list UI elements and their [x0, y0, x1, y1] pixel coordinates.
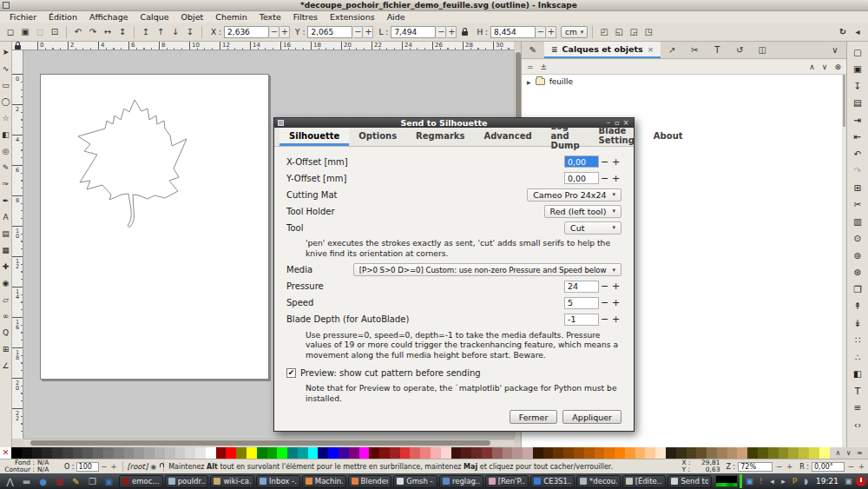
y-position-input[interactable] — [307, 26, 352, 38]
delete-layer-icon[interactable]: ⊗ — [834, 63, 841, 71]
taskbar-task[interactable]: *decou... — [576, 475, 621, 488]
palette-swatch[interactable] — [11, 447, 22, 459]
text-dialog-button[interactable]: T — [849, 382, 866, 400]
rotation-input[interactable] — [812, 462, 845, 472]
palette-swatch[interactable] — [615, 447, 625, 459]
leaf-path-drawing[interactable] — [76, 97, 191, 229]
palette-swatch[interactable] — [595, 447, 605, 459]
tray-right-icon[interactable]: ▸ — [778, 477, 789, 486]
dialog-tab[interactable]: Blade Setting — [589, 128, 644, 146]
open-file-button[interactable]: ▣ — [849, 61, 866, 78]
deselect-button[interactable]: ◻ — [33, 25, 47, 39]
menu-item[interactable]: Fichier — [3, 11, 43, 23]
palette-swatch[interactable] — [492, 447, 503, 459]
palette-swatch[interactable] — [103, 447, 114, 459]
palette-swatch[interactable] — [124, 447, 135, 459]
vertical-ruler[interactable]: 024681012141618202224 — [12, 50, 23, 439]
close-icon[interactable]: × — [648, 45, 654, 54]
palette-swatch[interactable] — [717, 447, 727, 459]
dock-tab-text[interactable]: T — [706, 45, 728, 55]
y-offset-minus-button[interactable]: − — [599, 173, 610, 184]
width-plus-button[interactable]: + — [447, 26, 457, 38]
palette-swatch[interactable] — [308, 447, 319, 459]
taskbar-task[interactable]: pouldr... — [165, 475, 209, 488]
taskbar-task[interactable]: emoc... — [119, 475, 163, 488]
pages-tool[interactable]: ⊞ — [0, 340, 11, 357]
width-input[interactable] — [391, 26, 436, 38]
palette-swatch[interactable] — [431, 447, 441, 459]
undo-button[interactable]: ↶ — [849, 145, 866, 162]
menu-item[interactable]: Édition — [43, 11, 83, 23]
height-minus-button[interactable]: − — [536, 26, 546, 38]
flip-horizontal-button[interactable]: ↔ — [101, 25, 115, 39]
tray-display-icon[interactable]: ▣ — [744, 477, 755, 486]
group-button[interactable]: ∷ — [849, 332, 866, 349]
menu-item[interactable]: Affichage — [83, 11, 135, 23]
zoom-plus-button[interactable]: + — [786, 462, 793, 471]
tool-holder-select[interactable]: Red (left tool) ▾ — [544, 205, 621, 218]
launcher-notes[interactable]: ✎ — [68, 474, 84, 488]
palette-swatch[interactable] — [379, 447, 390, 459]
palette-swatch[interactable] — [707, 447, 717, 459]
palette-swatch[interactable] — [328, 447, 339, 459]
palette-swatch[interactable] — [747, 447, 758, 459]
palette-swatch[interactable] — [236, 447, 247, 459]
paste-button[interactable]: ▥ — [849, 213, 866, 230]
palette-swatch[interactable] — [267, 447, 278, 459]
palette-swatch[interactable] — [625, 447, 635, 459]
no-color-swatch[interactable]: ✕ — [0, 447, 11, 459]
launcher-browser[interactable]: ● — [35, 474, 51, 488]
palette-swatch[interactable] — [666, 447, 676, 459]
palette-swatch[interactable] — [410, 447, 420, 459]
redo-button[interactable]: ↷ — [849, 162, 866, 180]
y-offset-input[interactable] — [564, 172, 599, 184]
ruler-lock-icon[interactable] — [12, 42, 23, 50]
taskbar-task[interactable]: [Ren'P... — [485, 475, 529, 488]
dock-tab-history[interactable]: ↺ — [728, 45, 751, 55]
palette-swatch[interactable] — [635, 447, 646, 459]
palette-swatch[interactable] — [73, 447, 83, 459]
palette-swatch[interactable] — [165, 447, 175, 459]
palette-swatch[interactable] — [563, 447, 574, 459]
palette-swatch[interactable] — [788, 447, 799, 459]
current-layer-indicator[interactable]: [root] — [128, 462, 148, 471]
menu-item[interactable]: Aide — [381, 11, 411, 23]
raise-button[interactable]: ↟ — [849, 298, 866, 315]
tray-warning-icon[interactable]: ! — [755, 477, 766, 486]
launcher-dash[interactable]: ▬ — [18, 474, 35, 488]
dock-tab-fill-stroke[interactable]: ✎ — [522, 42, 544, 58]
dialog-tab[interactable]: Silhouette — [279, 128, 349, 146]
speed-input[interactable] — [564, 297, 599, 309]
tray-clipboard-icon[interactable]: P — [789, 477, 800, 486]
duplicate-button[interactable]: ❐ — [849, 281, 866, 298]
taskbar-task[interactable]: Blender — [348, 475, 392, 488]
bucket-tool[interactable]: ◉ — [0, 274, 11, 291]
taskbar-task[interactable]: Gmsh -... — [393, 475, 437, 488]
palette-swatch[interactable] — [799, 447, 809, 459]
menu-item[interactable]: Filtres — [287, 11, 324, 23]
pencil-tool[interactable]: ✎ — [0, 159, 11, 175]
text-tool[interactable]: A — [0, 208, 11, 225]
palette-swatch[interactable] — [32, 447, 43, 459]
palette-swatch[interactable] — [461, 447, 471, 459]
launcher-media[interactable]: ▦ — [51, 474, 68, 488]
dialog-tab[interactable]: About — [644, 128, 693, 146]
pen-tool[interactable]: ✑ — [0, 175, 11, 192]
taskbar-task[interactable]: CE3S1... — [530, 475, 575, 488]
palette-swatch[interactable] — [727, 447, 738, 459]
palette-swatch[interactable] — [471, 447, 482, 459]
palette-swatch[interactable] — [144, 447, 155, 459]
dialog-tab[interactable]: Advanced — [474, 128, 541, 146]
speed-minus-button[interactable]: − — [599, 297, 610, 308]
lock-ratio-icon[interactable] — [457, 25, 471, 39]
selector-tool[interactable]: ➤ — [0, 43, 11, 60]
rotation-indicator-icon[interactable]: ↻ — [836, 25, 850, 39]
x-minus-button[interactable]: − — [270, 26, 279, 38]
palette-swatch[interactable] — [645, 447, 655, 459]
palette-swatch[interactable] — [226, 447, 236, 459]
palette-swatch[interactable] — [216, 447, 227, 459]
gradient-tool[interactable]: ▤ — [0, 225, 11, 241]
calligraphy-tool[interactable]: ✒ — [0, 192, 11, 208]
dock-tab-snap[interactable]: ↗ — [661, 45, 683, 55]
x-plus-button[interactable]: + — [280, 26, 290, 38]
